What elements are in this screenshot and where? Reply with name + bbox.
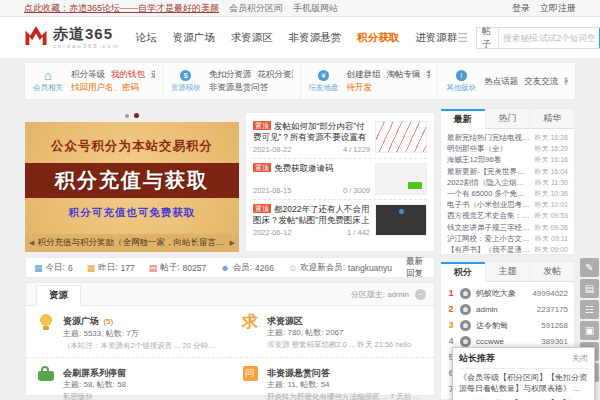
forum-lastpost[interactable]: （本站注：本资源有2个链接设置 ... 20 分钟前 382181249 bbox=[63, 340, 220, 352]
search-box: 帖子 ⌕ bbox=[476, 27, 600, 49]
forum-cell-request-zone[interactable]: 求 求资源区 主题: 780, 帖数: 2067 求资源 整套稻草幼教2.0 .… bbox=[230, 306, 434, 357]
forum-cell-bounty-qa[interactable]: 问 非资源悬赏问答 主题: 11, 帖数: 54 肝炎转为肝硬化有哪些方法能彻底… bbox=[230, 357, 434, 400]
forum-stats: 主题: 58, 帖数: 58 bbox=[63, 379, 220, 391]
tab-latest[interactable]: 最新 bbox=[441, 109, 485, 129]
list-item[interactable]: 电子书（小米创业思考）--雷军口昨天 10:01 bbox=[447, 199, 568, 210]
site-logo[interactable]: 赤道365 chidao365.com bbox=[24, 25, 120, 50]
carousel-dot[interactable] bbox=[125, 114, 129, 118]
link-recover-account[interactable]: 找回用户名、密码 bbox=[71, 82, 139, 92]
forum-nav-button[interactable]: ☷ bbox=[580, 300, 599, 319]
qiu-forum-icon: 求 bbox=[240, 313, 260, 352]
forum-lastpost[interactable]: 肝炎转为肝硬化有哪些方法能彻底 ... 7 天前 因色 bbox=[267, 391, 424, 400]
nav-resource-plaza[interactable]: 资源广场 bbox=[173, 31, 215, 45]
list-item[interactable]: 一个有 65000 多个免费收音机电台昨天 10:36 bbox=[447, 188, 568, 199]
banner-line3: 积分可充值也可免费获取 bbox=[25, 206, 239, 220]
logo-icon bbox=[24, 25, 48, 50]
thread-row[interactable]: 置顶发帖如何加“部分内容”付费可见”？所有资源不要设置有效期，需为永久有效！（发… bbox=[253, 117, 427, 159]
login-link[interactable]: 登录 bbox=[512, 2, 530, 15]
thread-row[interactable]: 置顶都2022年了还有人不会用图床？发帖“贴图”用免费图床上传图片更快！下面我来… bbox=[253, 200, 427, 241]
nav-group[interactable]: 进资源群 bbox=[415, 31, 457, 45]
pinned-badge: 置顶 bbox=[253, 121, 271, 130]
link-my-wallet[interactable]: 我的钱包 bbox=[111, 69, 145, 79]
rank-row[interactable]: 2☻admin2237175 bbox=[447, 301, 568, 317]
list-item[interactable]: 最新完结热门完结电视剧【星汉灿烂昨天 16:28 bbox=[447, 132, 568, 143]
thread-stats: 4 / 1229 bbox=[343, 145, 370, 154]
forum-name[interactable]: 会刷屏系列停留 bbox=[63, 368, 126, 378]
link-paid-resource[interactable]: 花积分资源 bbox=[257, 69, 292, 79]
pinned-badge: 置顶 bbox=[253, 204, 271, 213]
latest-reply-link[interactable]: 最新回复 bbox=[406, 256, 426, 280]
rank-row[interactable]: 3☻达令豹甸591268 bbox=[447, 317, 568, 333]
list-item[interactable]: 2022剧情（隐入尘烟）1080P昨天 11:30 bbox=[447, 177, 568, 188]
tab-points[interactable]: 积分 bbox=[441, 262, 485, 282]
link-todo2[interactable]: 待开发 bbox=[564, 76, 568, 86]
forum-lastpost[interactable]: 求资源 整套稻草幼教2.0 ... 昨天 21:56 hello bbox=[267, 339, 424, 351]
moderator-link[interactable]: admin bbox=[387, 290, 409, 299]
carousel-caption-text[interactable]: 积分充值与积分奖励（全网独一家，向站长留言要... bbox=[37, 237, 226, 249]
link-bounty-qa[interactable]: 非资源悬赏问答 bbox=[209, 82, 269, 92]
document-button[interactable]: ▣ bbox=[580, 321, 599, 340]
list-item[interactable]: 最新更新-【完美世界】4k-72集昨天 16:04 bbox=[447, 166, 568, 177]
list-item[interactable]: 西方视觉艺术史合集：西方视觉艺术昨天 09:53 bbox=[447, 210, 568, 221]
new-member-link[interactable]: tangkuanyu bbox=[348, 263, 392, 273]
group-label: 资源模块 bbox=[171, 83, 201, 93]
search-type-select[interactable]: 帖子 bbox=[477, 28, 499, 48]
nav-request-zone[interactable]: 求资源区 bbox=[231, 31, 273, 45]
nav-bounty[interactable]: 非资源悬赏 bbox=[289, 31, 342, 45]
thread-title[interactable]: 免费获取邀请码 bbox=[274, 163, 334, 173]
quicknav-other-group: ! 其他版块 热点话题交友交流待开发待开发 bbox=[437, 63, 575, 99]
thread-thumbnail[interactable] bbox=[375, 204, 427, 236]
thread-thumbnail[interactable] bbox=[375, 121, 427, 153]
tab-replies[interactable]: 发帖 bbox=[529, 262, 574, 282]
group-label: 其他版块 bbox=[446, 83, 476, 93]
link-free-resource[interactable]: 免扣分资源 bbox=[209, 69, 252, 79]
register-link[interactable]: 立即注册 bbox=[540, 2, 576, 15]
list-item[interactable]: 【有声书】（我不是潘金莲）全集/昨天 09:00 bbox=[447, 244, 568, 255]
link-collections[interactable]: 淘帖专辑 bbox=[387, 69, 421, 79]
member-points-link[interactable]: 会员积分区间 bbox=[229, 2, 283, 15]
forum-name[interactable]: 资源广场 bbox=[63, 316, 99, 326]
hamburger-icon[interactable]: ☰ bbox=[457, 31, 468, 45]
list-item[interactable]: 沪江网校：爱上小古文合集视频课程昨天 09:11 bbox=[447, 233, 568, 244]
thread-thumbnail[interactable] bbox=[375, 163, 427, 195]
carousel-dot-active[interactable] bbox=[134, 113, 139, 118]
link-hot-topics[interactable]: 热点话题 bbox=[484, 76, 518, 86]
link-props[interactable]: 道具 bbox=[151, 69, 155, 79]
tab-hot[interactable]: 热门 bbox=[485, 109, 530, 129]
stat-label: 帖子: bbox=[160, 262, 179, 274]
tab-digest[interactable]: 精华 bbox=[529, 109, 574, 129]
list-item[interactable]: 钱文忠讲弟子规三字经百家姓汇总合昨天 09:26 bbox=[447, 222, 568, 233]
my-threads-button[interactable]: ▤ bbox=[580, 279, 599, 298]
tab-topics[interactable]: 主题 bbox=[485, 262, 530, 282]
avatar: ☻ bbox=[460, 288, 471, 299]
link-points-level[interactable]: 积分等级 bbox=[71, 69, 105, 79]
forum-cell-private[interactable]: 会刷屏系列停留 主题: 58, 帖数: 58 私密版块 bbox=[26, 357, 230, 400]
rank-row[interactable]: 1☻蚂蚁吃大象49994022 bbox=[447, 285, 568, 301]
carousel-prev-icon[interactable]: ◀ bbox=[29, 239, 34, 247]
forum-cell-resource-plaza[interactable]: 资源广场 (5) 主题: 5533, 帖数: 7万 （本站注：本资源有2个链接设… bbox=[26, 306, 230, 357]
list-item[interactable]: 明朝那些事（全）昨天 16:20 bbox=[447, 143, 568, 154]
topbar: 点此收藏：赤道365论坛——自学才是最好的美颜 会员积分区间 手机版网站 登录 … bbox=[0, 0, 600, 17]
list-item[interactable]: 海贼王12部96卷昨天 16:16 bbox=[447, 154, 568, 165]
search-input[interactable] bbox=[499, 33, 599, 43]
mobile-site-link[interactable]: 手机版网站 bbox=[293, 2, 338, 15]
link-create-group[interactable]: 创建群组 bbox=[347, 69, 381, 79]
promo-banner[interactable]: 公众号积分为本站交易积分 积分充值与获取 积分可充值也可免费获取 ◀ 积分充值与… bbox=[25, 122, 239, 252]
collapse-button[interactable]: − bbox=[415, 289, 426, 300]
link-social[interactable]: 交友交流 bbox=[524, 76, 558, 86]
thread-row[interactable]: 置顶免费获取邀请码 2021-08-150 / 3009 bbox=[253, 159, 427, 200]
nav-points[interactable]: 积分获取 bbox=[357, 31, 399, 45]
recommend-item[interactable]: 《会员等级【积分区间】【免扣分资源每日看帖数量】与权限表格》 ... bbox=[459, 373, 588, 394]
forum-name[interactable]: 求资源区 bbox=[267, 316, 303, 326]
compose-button[interactable]: ✎ bbox=[580, 258, 599, 277]
forum-name[interactable]: 非资源悬赏问答 bbox=[267, 368, 330, 378]
link-todo[interactable]: 待开发 bbox=[347, 82, 373, 92]
category-title-tab[interactable]: 资源 bbox=[36, 285, 81, 306]
bulb-forum-icon bbox=[36, 313, 56, 352]
carousel-next-icon[interactable]: ▶ bbox=[230, 239, 235, 247]
popup-close-button[interactable]: 关闭 bbox=[572, 353, 588, 364]
members-icon: ☻ bbox=[220, 263, 229, 273]
favorite-link[interactable]: 点此收藏：赤道365论坛——自学才是最好的美颜 bbox=[24, 2, 219, 15]
nav-forum[interactable]: 论坛 bbox=[136, 31, 157, 45]
link-my-favorites[interactable]: 我的收藏 bbox=[427, 69, 431, 79]
